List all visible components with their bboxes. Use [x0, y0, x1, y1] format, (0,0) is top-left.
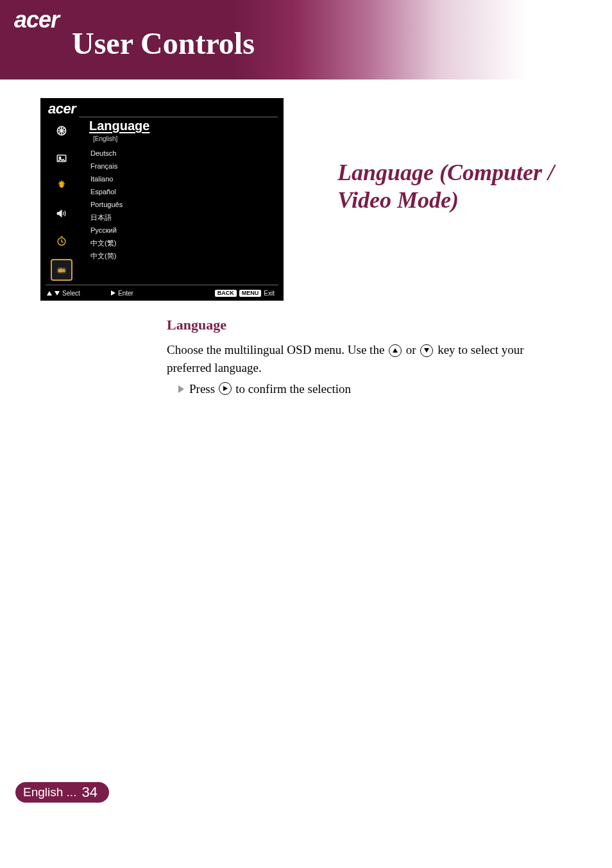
text-fragment: Choose the multilingual OSD menu. Use th… [167, 343, 387, 356]
text-fragment: or [406, 343, 420, 356]
text-fragment: Press [189, 382, 215, 396]
page-footer: English ... 34 [15, 782, 109, 803]
osd-current-selection: [English] [93, 135, 117, 142]
osd-language-list: Deutsch Français Italiano Español Portug… [90, 147, 123, 262]
page-title: User Controls [72, 26, 255, 61]
right-arrow-icon [111, 290, 115, 296]
up-arrow-icon [47, 291, 52, 296]
color-icon [52, 121, 71, 140]
up-key-icon [389, 344, 402, 357]
footer-exit-label: Exit [264, 290, 275, 297]
right-key-icon [219, 382, 232, 395]
list-item: Deutsch [90, 147, 123, 160]
down-arrow-icon [55, 291, 60, 296]
list-item: Italiano [90, 172, 123, 185]
list-item: Français [90, 160, 123, 172]
section-title: Language (Computer / Video Mode) [337, 159, 581, 214]
menu-button-label: MENU [239, 290, 262, 297]
management-icon [52, 176, 71, 196]
subsection-heading: Language [167, 317, 226, 333]
list-item: Español [90, 185, 123, 198]
page-number: 34 [81, 784, 97, 801]
audio-icon [52, 204, 71, 223]
list-item: 中文(繁) [90, 237, 123, 249]
svg-text:abc: abc [58, 268, 65, 272]
body-paragraph-2: Press to confirm the selection [178, 382, 557, 396]
osd-screenshot: acer abc Language [English] Deutsch Fran… [40, 98, 284, 301]
osd-footer: Select Enter BACK MENU Exit [47, 288, 277, 298]
header-banner: acer User Controls [0, 0, 612, 79]
text-fragment: to confirm the selection [235, 382, 351, 396]
back-button-label: BACK [215, 290, 237, 297]
osd-menu-heading: Language [89, 119, 149, 133]
list-item: Português [90, 198, 123, 211]
bullet-icon [178, 385, 184, 393]
timer-icon [52, 231, 71, 251]
brand-logo: acer [14, 6, 59, 33]
footer-language: English ... [23, 785, 76, 799]
image-icon [52, 149, 71, 168]
osd-footer-divider [46, 285, 278, 285]
osd-sidebar: abc [47, 121, 76, 289]
list-item: 中文(简) [90, 249, 123, 262]
language-icon: abc [51, 259, 72, 281]
list-item: Русский [90, 224, 123, 237]
down-key-icon [420, 344, 433, 357]
body-paragraph-1: Choose the multilingual OSD menu. Use th… [167, 341, 558, 376]
list-item: 日本語 [90, 211, 123, 224]
footer-select-label: Select [62, 290, 80, 297]
osd-brand-logo: acer [48, 101, 76, 117]
osd-divider [79, 117, 278, 117]
footer-enter-label: Enter [118, 290, 133, 297]
